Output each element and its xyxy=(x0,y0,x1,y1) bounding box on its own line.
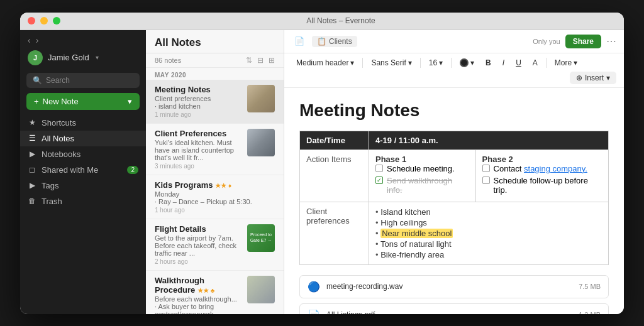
bold-button[interactable]: B xyxy=(481,57,496,69)
checkbox[interactable] xyxy=(482,177,490,184)
visibility-label: Only you xyxy=(533,38,560,45)
user-name: Jamie Gold xyxy=(48,53,89,62)
share-button[interactable]: Share xyxy=(565,35,601,48)
toolbar-separator xyxy=(546,58,547,68)
font-selector[interactable]: Sans Serif ▾ xyxy=(367,57,416,69)
minimize-button[interactable] xyxy=(40,17,48,24)
app-body: ‹ › J Jamie Gold ▾ 🔍 Search + New Note ▾ xyxy=(20,30,624,314)
editor-content[interactable]: Meeting Notes Date/Time 4-19 / 11:00 a.m… xyxy=(284,88,624,314)
shortcuts-icon: ★ xyxy=(28,118,36,127)
title-bar: All Notes – Evernote xyxy=(20,13,624,30)
attachment-wav[interactable]: 🔵 meeting-recording.wav 7.5 MB xyxy=(299,275,609,298)
format-selector[interactable]: Medium header ▾ xyxy=(292,57,358,69)
attachment-pdf[interactable]: 📄 All Listings.pdf 1.2 MB xyxy=(299,303,609,314)
search-bar[interactable]: 🔍 Search xyxy=(26,73,140,88)
checkbox-row: Contact staging company. xyxy=(482,164,602,173)
insert-button[interactable]: ⊕ Insert ▾ xyxy=(570,72,616,84)
sidebar-item-shortcuts[interactable]: ★ Shortcuts xyxy=(20,115,146,131)
user-caret-icon: ▾ xyxy=(96,54,99,61)
pref-item: Bike-friendly area xyxy=(375,249,602,260)
note-thumbnail: Proceed to Gate E7 → xyxy=(247,224,275,252)
checkbox[interactable] xyxy=(482,165,490,172)
all-notes-label: All Notes xyxy=(42,134,74,143)
sort-icon[interactable]: ⇅ xyxy=(246,56,252,65)
all-notes-icon: ☰ xyxy=(28,134,36,143)
note-info-icon[interactable]: 📄 xyxy=(292,34,307,49)
checkbox-label: Schedule follow-up before trip. xyxy=(494,176,602,195)
notes-count: 86 notes xyxy=(155,57,181,64)
size-selector[interactable]: 16 ▾ xyxy=(425,57,447,69)
format-caret-icon: ▾ xyxy=(350,58,354,67)
note-item-walkthrough[interactable]: Walkthrough Procedure ★★ ♣ Before each w… xyxy=(146,271,284,314)
checkbox-label-done: Send walkthrough info. xyxy=(387,176,469,195)
fullscreen-button[interactable] xyxy=(53,17,60,24)
note-timestamp: 3 minutes ago xyxy=(155,163,242,170)
font-color-button[interactable]: A xyxy=(528,57,542,69)
color-dot-icon xyxy=(460,58,469,67)
window-title: All Notes – Evernote xyxy=(65,16,616,25)
layout-icon[interactable]: ⊞ xyxy=(269,56,275,65)
staging-company-link[interactable]: staging company. xyxy=(524,164,587,173)
underline-button[interactable]: U xyxy=(511,57,526,69)
color-picker[interactable]: ▾ xyxy=(455,57,479,69)
pref-item: Island kitchen xyxy=(375,207,602,217)
checkbox[interactable] xyxy=(375,165,383,172)
meeting-table: Date/Time 4-19 / 11:00 a.m. Action Items… xyxy=(299,131,609,265)
section-label: MAY 2020 xyxy=(146,68,284,80)
note-item-flight-details[interactable]: Flight Details Get to the airport by 7am… xyxy=(146,219,284,271)
note-title: Client Preferences xyxy=(155,129,242,138)
sidebar-item-trash[interactable]: 🗑 Trash xyxy=(20,193,146,209)
note-thumbnail xyxy=(247,85,275,112)
shortcuts-label: Shortcuts xyxy=(42,118,76,128)
checkbox-checked[interactable]: ✓ xyxy=(375,177,383,184)
avatar: J xyxy=(28,50,43,65)
italic-button[interactable]: I xyxy=(498,57,509,69)
sidebar-item-tags[interactable]: ▶ Tags xyxy=(20,178,146,193)
note-icons: ★★ ♦ xyxy=(215,182,231,189)
notebooks-label: Notebooks xyxy=(42,149,80,159)
shared-label: Shared with Me xyxy=(42,165,98,175)
sidebar-item-notebooks[interactable]: ▶ Notebooks xyxy=(20,146,146,162)
notebook-name: Clients xyxy=(329,37,352,46)
user-profile[interactable]: J Jamie Gold ▾ xyxy=(20,48,146,70)
color-caret-icon: ▾ xyxy=(470,58,474,67)
client-preferences-row: Client preferences Island kitchen High c… xyxy=(300,202,609,264)
toolbar-separator xyxy=(362,58,363,68)
editor-area: 📄 📋 Clients Only you Share ⋯ Medium head… xyxy=(284,30,624,314)
pref-item: Near middle school xyxy=(375,228,602,239)
note-item-client-preferences[interactable]: Client Preferences Yuki's ideal kitchen.… xyxy=(146,124,284,175)
toolbar-separator xyxy=(420,58,421,68)
pdf-icon: 📄 xyxy=(308,309,320,314)
note-item-kids-programs[interactable]: Kids Programs ★★ ♦ Monday · Ray – Dance … xyxy=(146,175,284,219)
notebook-label[interactable]: 📋 Clients xyxy=(312,36,357,47)
note-subtitle: Monday · Ray – Dance – Pickup at 5:30. xyxy=(155,190,275,205)
note-subtitle: Before each walkthrough... · Ask buyer t… xyxy=(155,295,242,314)
action-items-row: Action Items Phase 1 Schedule meeting. ✓ xyxy=(300,149,609,202)
trash-label: Trash xyxy=(42,197,62,206)
filter-icon[interactable]: ⊟ xyxy=(257,56,264,65)
back-arrow[interactable]: ‹ xyxy=(28,35,31,45)
forward-arrow[interactable]: › xyxy=(36,35,39,45)
more-format-button[interactable]: More ▾ xyxy=(550,57,582,69)
close-button[interactable] xyxy=(28,17,35,24)
sidebar-item-shared[interactable]: ◻ Shared with Me 2 xyxy=(20,162,146,178)
audio-icon: 🔵 xyxy=(308,281,320,293)
plus-icon: + xyxy=(34,97,39,106)
checkmark-icon: ✓ xyxy=(377,177,382,183)
note-title: Kids Programs ★★ ♦ xyxy=(155,180,275,190)
font-caret-icon: ▾ xyxy=(408,58,412,67)
note-item-meeting-notes[interactable]: Meeting Notes Client preferences · islan… xyxy=(146,80,284,124)
checkbox-row: Schedule follow-up before trip. xyxy=(482,176,602,195)
note-subtitle: Get to the airport by 7am. Before each t… xyxy=(155,234,242,257)
note-info: 📄 📋 Clients xyxy=(292,34,526,49)
sidebar-item-all-notes[interactable]: ☰ All Notes xyxy=(20,131,146,146)
more-caret-icon: ▾ xyxy=(574,58,577,67)
new-note-button[interactable]: + New Note ▾ xyxy=(26,93,140,110)
note-subtitle: Yuki's ideal kitchen. Must have an islan… xyxy=(155,139,242,161)
editor-top-bar: 📄 📋 Clients Only you Share ⋯ xyxy=(284,30,624,53)
share-area: Only you Share ⋯ xyxy=(533,35,616,48)
dropdown-arrow-icon: ▾ xyxy=(128,97,132,106)
attachment-size: 1.2 MB xyxy=(579,311,601,314)
more-options-button[interactable]: ⋯ xyxy=(606,35,616,47)
list-sort-icons: ⇅ ⊟ ⊞ xyxy=(246,56,275,65)
